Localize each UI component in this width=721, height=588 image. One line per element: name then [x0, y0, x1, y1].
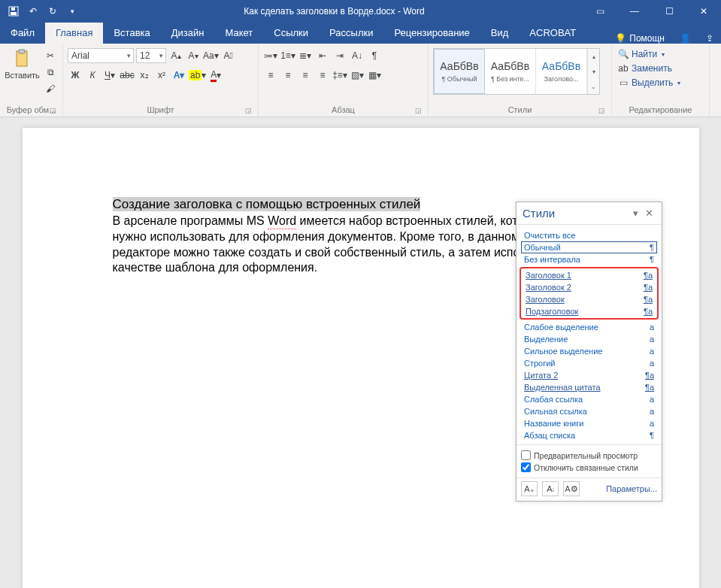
replace-button[interactable]: abЗаменить [616, 62, 674, 74]
style-entry[interactable]: Заголовок 2¶a [523, 281, 656, 293]
style-entry[interactable]: Строгийa [521, 357, 657, 369]
justify-icon[interactable]: ≡ [315, 68, 330, 83]
manage-styles-icon[interactable]: A⚙ [563, 481, 580, 496]
tab-acrobat[interactable]: ACROBAT [519, 23, 586, 44]
style-entry[interactable]: Подзаголовок¶a [523, 305, 656, 317]
outdent-icon[interactable]: ⇤ [315, 48, 330, 63]
group-label: Абзац◲ [263, 104, 423, 117]
disable-linked-checkbox[interactable]: Отключить связанные стили [521, 462, 657, 472]
style-entry[interactable]: Без интервала¶ [521, 253, 657, 265]
italic-icon[interactable]: К [85, 68, 100, 83]
font-name-select[interactable]: Arial [68, 48, 134, 63]
copy-icon[interactable]: ⧉ [43, 65, 58, 80]
dialog-launcher-icon[interactable]: ◲ [50, 107, 56, 114]
style-entry[interactable]: Сильная ссылкаa [521, 405, 657, 417]
tab-insert[interactable]: Вставка [103, 23, 160, 44]
pane-options-icon[interactable]: ▾ [629, 208, 642, 219]
style-entry[interactable]: Название книгиa [521, 417, 657, 429]
borders-icon[interactable]: ▦▾ [367, 68, 382, 83]
tab-references[interactable]: Ссылки [263, 23, 319, 44]
font-color-icon[interactable]: A▾ [208, 68, 223, 83]
save-icon[interactable] [6, 4, 21, 19]
superscript-icon[interactable]: x² [154, 68, 169, 83]
cut-icon[interactable]: ✂ [43, 48, 58, 63]
highlight-icon[interactable]: ab▾ [189, 68, 206, 83]
preview-checkbox[interactable]: Предварительный просмотр [521, 450, 657, 460]
style-entry[interactable]: Слабая ссылкаa [521, 393, 657, 405]
style-entry[interactable]: Обычный¶ [521, 241, 657, 253]
paste-button[interactable]: Вставить [5, 45, 40, 80]
style-clear-all[interactable]: Очистить все [521, 229, 657, 241]
dialog-launcher-icon[interactable]: ◲ [415, 107, 422, 114]
style-entry[interactable]: Выделениеa [521, 333, 657, 345]
style-entry[interactable]: Абзац списка¶ [521, 429, 657, 441]
search-icon: 🔍 [618, 49, 629, 59]
select-button[interactable]: ▭Выделить▾ [616, 77, 682, 89]
tab-file[interactable]: Файл [0, 23, 45, 44]
style-heading[interactable]: АаБбВвЗаголово... [536, 49, 587, 94]
tell-me[interactable]: 💡Помощн [607, 33, 672, 44]
style-normal[interactable]: АаБбВв¶ Обычный [434, 49, 485, 94]
new-style-icon[interactable]: A₊ [521, 481, 538, 496]
align-left-icon[interactable]: ≡ [263, 68, 278, 83]
shrink-font-icon[interactable]: A▾ [186, 48, 201, 63]
group-label: Стили◲ [433, 104, 607, 117]
tab-view[interactable]: Вид [480, 23, 520, 44]
numbering-icon[interactable]: 1≡▾ [280, 48, 295, 63]
strikethrough-icon[interactable]: abc [120, 68, 135, 83]
replace-icon: ab [618, 63, 629, 74]
line-spacing-icon[interactable]: ‡≡▾ [332, 68, 347, 83]
text-effects-icon[interactable]: A▾ [171, 68, 186, 83]
style-nospacing[interactable]: АаБбВв¶ Без инте... [485, 49, 536, 94]
share-icon[interactable]: ⇪ [698, 33, 721, 44]
change-case-icon[interactable]: Aa▾ [203, 48, 219, 63]
style-entry[interactable]: Слабое выделениеa [521, 321, 657, 333]
ribbon-display-icon[interactable]: ▭ [583, 0, 617, 23]
spellcheck-underline[interactable]: Word [268, 214, 296, 229]
quick-access-toolbar: ↶ ↻ ▾ [0, 4, 86, 19]
subscript-icon[interactable]: x₂ [137, 68, 152, 83]
styles-task-pane: Стили ▾ ✕ Очистить всеОбычный¶Без интерв… [516, 202, 662, 502]
qat-more-icon[interactable]: ▾ [65, 4, 80, 19]
multilevel-icon[interactable]: ≣▾ [298, 48, 313, 63]
show-marks-icon[interactable]: ¶ [367, 48, 382, 63]
close-button[interactable]: ✕ [686, 0, 721, 23]
doc-heading[interactable]: Создание заголовка с помощью встроенных … [113, 197, 421, 211]
align-center-icon[interactable]: ≡ [280, 68, 295, 83]
group-label: Буфер обм...◲ [5, 104, 58, 117]
maximize-button[interactable]: ☐ [652, 0, 686, 23]
pane-close-icon[interactable]: ✕ [642, 208, 656, 219]
bold-icon[interactable]: Ж [68, 68, 83, 83]
style-entry[interactable]: Цитата 2¶a [521, 369, 657, 381]
tab-review[interactable]: Рецензирование [383, 23, 480, 44]
format-painter-icon[interactable]: 🖌 [43, 81, 58, 96]
font-size-select[interactable]: 12 [136, 48, 166, 63]
grow-font-icon[interactable]: A▴ [168, 48, 183, 63]
align-right-icon[interactable]: ≡ [298, 68, 313, 83]
style-entry[interactable]: Выделенная цитата¶a [521, 381, 657, 393]
bullets-icon[interactable]: ≔▾ [263, 48, 278, 63]
account-icon[interactable]: 👤 [672, 33, 698, 44]
tab-layout[interactable]: Макет [214, 23, 263, 44]
minimize-button[interactable]: — [617, 0, 652, 23]
tab-home[interactable]: Главная [45, 23, 103, 44]
dialog-launcher-icon[interactable]: ◲ [598, 107, 605, 114]
style-entry[interactable]: Сильное выделениеa [521, 345, 657, 357]
indent-icon[interactable]: ⇥ [332, 48, 347, 63]
undo-icon[interactable]: ↶ [26, 4, 41, 19]
tab-design[interactable]: Дизайн [161, 23, 215, 44]
shading-icon[interactable]: ▨▾ [350, 68, 365, 83]
style-entry[interactable]: Заголовок 1¶a [523, 269, 656, 281]
find-button[interactable]: 🔍Найти▾ [616, 48, 666, 60]
underline-icon[interactable]: Ч▾ [102, 68, 117, 83]
group-editing: 🔍Найти▾ abЗаменить ▭Выделить▾ Редактиров… [612, 44, 710, 117]
styles-more[interactable]: ▴▾⌄ [587, 49, 599, 94]
style-inspector-icon[interactable]: Aᵢ [542, 481, 559, 496]
clear-formatting-icon[interactable]: A⃠ [221, 48, 236, 63]
styles-options-link[interactable]: Параметры... [584, 484, 657, 493]
tab-mailings[interactable]: Рассылки [319, 23, 383, 44]
dialog-launcher-icon[interactable]: ◲ [245, 107, 252, 114]
sort-icon[interactable]: A↓ [350, 48, 365, 63]
style-entry[interactable]: Заголовок¶a [523, 293, 656, 305]
redo-icon[interactable]: ↻ [45, 4, 60, 19]
